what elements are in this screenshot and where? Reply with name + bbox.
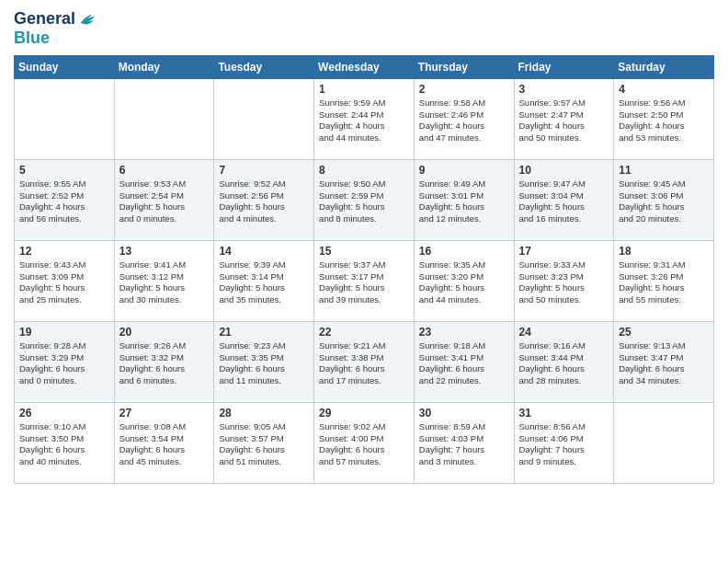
day-number: 19: [19, 326, 109, 339]
day-info: Sunrise: 8:56 AM Sunset: 4:06 PM Dayligh…: [519, 421, 609, 468]
day-info: Sunrise: 9:10 AM Sunset: 3:50 PM Dayligh…: [19, 421, 109, 468]
day-info: Sunrise: 9:45 AM Sunset: 3:06 PM Dayligh…: [619, 178, 709, 225]
header: General Blue: [14, 9, 714, 48]
day-cell: 29Sunrise: 9:02 AM Sunset: 4:00 PM Dayli…: [314, 402, 415, 483]
day-info: Sunrise: 9:49 AM Sunset: 3:01 PM Dayligh…: [419, 178, 509, 225]
day-info: Sunrise: 9:59 AM Sunset: 2:44 PM Dayligh…: [319, 98, 409, 144]
day-info: Sunrise: 9:02 AM Sunset: 4:00 PM Dayligh…: [319, 421, 409, 468]
weekday-wednesday: Wednesday: [314, 55, 415, 78]
day-number: 20: [119, 326, 210, 339]
day-number: 2: [419, 83, 509, 96]
day-cell: 2Sunrise: 9:58 AM Sunset: 2:46 PM Daylig…: [414, 78, 514, 159]
day-cell: 19Sunrise: 9:28 AM Sunset: 3:29 PM Dayli…: [15, 321, 115, 402]
page: General Blue SundayMondayTuesdayWednesda…: [0, 0, 728, 563]
logo-bird-icon: [77, 9, 97, 29]
day-info: Sunrise: 9:39 AM Sunset: 3:14 PM Dayligh…: [219, 259, 309, 306]
day-cell: 28Sunrise: 9:05 AM Sunset: 3:57 PM Dayli…: [214, 402, 314, 483]
day-number: 10: [519, 164, 609, 177]
day-info: Sunrise: 9:23 AM Sunset: 3:35 PM Dayligh…: [219, 340, 309, 387]
day-number: 27: [119, 407, 210, 419]
day-cell: 16Sunrise: 9:35 AM Sunset: 3:20 PM Dayli…: [414, 240, 514, 321]
day-number: 12: [19, 245, 109, 258]
weekday-monday: Monday: [114, 55, 214, 78]
day-info: Sunrise: 9:05 AM Sunset: 3:57 PM Dayligh…: [219, 421, 309, 468]
day-cell: 17Sunrise: 9:33 AM Sunset: 3:23 PM Dayli…: [514, 240, 614, 321]
day-cell: 20Sunrise: 9:26 AM Sunset: 3:32 PM Dayli…: [114, 321, 214, 402]
day-cell: 3Sunrise: 9:57 AM Sunset: 2:47 PM Daylig…: [514, 78, 614, 159]
weekday-saturday: Saturday: [614, 55, 714, 78]
day-cell: 7Sunrise: 9:52 AM Sunset: 2:56 PM Daylig…: [214, 159, 314, 240]
day-info: Sunrise: 9:16 AM Sunset: 3:44 PM Dayligh…: [519, 340, 609, 387]
weekday-thursday: Thursday: [414, 55, 514, 78]
day-cell: 9Sunrise: 9:49 AM Sunset: 3:01 PM Daylig…: [414, 159, 514, 240]
day-cell: 22Sunrise: 9:21 AM Sunset: 3:38 PM Dayli…: [314, 321, 415, 402]
day-cell: 25Sunrise: 9:13 AM Sunset: 3:47 PM Dayli…: [614, 321, 714, 402]
day-info: Sunrise: 9:53 AM Sunset: 2:54 PM Dayligh…: [119, 178, 210, 225]
day-cell: 21Sunrise: 9:23 AM Sunset: 3:35 PM Dayli…: [214, 321, 314, 402]
day-info: Sunrise: 9:50 AM Sunset: 2:59 PM Dayligh…: [319, 178, 409, 225]
day-cell: 15Sunrise: 9:37 AM Sunset: 3:17 PM Dayli…: [314, 240, 415, 321]
day-info: Sunrise: 9:37 AM Sunset: 3:17 PM Dayligh…: [319, 259, 409, 306]
day-cell: 6Sunrise: 9:53 AM Sunset: 2:54 PM Daylig…: [114, 159, 214, 240]
day-info: Sunrise: 9:26 AM Sunset: 3:32 PM Dayligh…: [119, 340, 210, 387]
day-cell: 31Sunrise: 8:56 AM Sunset: 4:06 PM Dayli…: [514, 402, 614, 483]
day-info: Sunrise: 9:33 AM Sunset: 3:23 PM Dayligh…: [519, 259, 609, 306]
day-number: 1: [319, 83, 409, 96]
weekday-friday: Friday: [514, 55, 614, 78]
day-cell: 12Sunrise: 9:43 AM Sunset: 3:09 PM Dayli…: [15, 240, 115, 321]
day-info: Sunrise: 9:21 AM Sunset: 3:38 PM Dayligh…: [319, 340, 409, 387]
weekday-sunday: Sunday: [15, 55, 115, 78]
day-cell: 30Sunrise: 8:59 AM Sunset: 4:03 PM Dayli…: [414, 402, 514, 483]
day-cell: 14Sunrise: 9:39 AM Sunset: 3:14 PM Dayli…: [214, 240, 314, 321]
day-number: 5: [19, 164, 109, 177]
day-cell: 5Sunrise: 9:55 AM Sunset: 2:52 PM Daylig…: [15, 159, 115, 240]
day-cell: 10Sunrise: 9:47 AM Sunset: 3:04 PM Dayli…: [514, 159, 614, 240]
day-number: 16: [419, 245, 509, 258]
day-info: Sunrise: 9:47 AM Sunset: 3:04 PM Dayligh…: [519, 178, 609, 225]
weekday-header-row: SundayMondayTuesdayWednesdayThursdayFrid…: [15, 55, 714, 78]
day-number: 3: [519, 83, 609, 96]
week-row-4: 19Sunrise: 9:28 AM Sunset: 3:29 PM Dayli…: [15, 321, 714, 402]
day-info: Sunrise: 9:08 AM Sunset: 3:54 PM Dayligh…: [119, 421, 210, 468]
day-number: 18: [619, 245, 709, 258]
day-number: 6: [119, 164, 210, 177]
week-row-3: 12Sunrise: 9:43 AM Sunset: 3:09 PM Dayli…: [15, 240, 714, 321]
day-info: Sunrise: 9:43 AM Sunset: 3:09 PM Dayligh…: [19, 259, 109, 306]
day-info: Sunrise: 9:41 AM Sunset: 3:12 PM Dayligh…: [119, 259, 210, 306]
day-number: 22: [319, 326, 409, 339]
day-cell: 18Sunrise: 9:31 AM Sunset: 3:26 PM Dayli…: [614, 240, 714, 321]
day-number: 29: [319, 407, 409, 419]
day-cell: 1Sunrise: 9:59 AM Sunset: 2:44 PM Daylig…: [314, 78, 415, 159]
day-cell: 24Sunrise: 9:16 AM Sunset: 3:44 PM Dayli…: [514, 321, 614, 402]
week-row-5: 26Sunrise: 9:10 AM Sunset: 3:50 PM Dayli…: [15, 402, 714, 483]
day-number: 4: [619, 83, 709, 96]
week-row-1: 1Sunrise: 9:59 AM Sunset: 2:44 PM Daylig…: [15, 78, 714, 159]
day-cell: 13Sunrise: 9:41 AM Sunset: 3:12 PM Dayli…: [114, 240, 214, 321]
day-cell: [614, 402, 714, 483]
day-cell: 11Sunrise: 9:45 AM Sunset: 3:06 PM Dayli…: [614, 159, 714, 240]
weekday-tuesday: Tuesday: [214, 55, 314, 78]
day-number: 15: [319, 245, 409, 258]
day-number: 17: [519, 245, 609, 258]
logo-general: General: [14, 10, 75, 29]
day-number: 24: [519, 326, 609, 339]
day-number: 23: [419, 326, 509, 339]
day-number: 26: [19, 407, 109, 419]
day-cell: 23Sunrise: 9:18 AM Sunset: 3:41 PM Dayli…: [414, 321, 514, 402]
day-info: Sunrise: 9:56 AM Sunset: 2:50 PM Dayligh…: [619, 98, 709, 144]
day-number: 25: [619, 326, 709, 339]
day-info: Sunrise: 9:18 AM Sunset: 3:41 PM Dayligh…: [419, 340, 509, 387]
day-cell: 4Sunrise: 9:56 AM Sunset: 2:50 PM Daylig…: [614, 78, 714, 159]
day-info: Sunrise: 9:35 AM Sunset: 3:20 PM Dayligh…: [419, 259, 509, 306]
day-number: 9: [419, 164, 509, 177]
day-info: Sunrise: 9:52 AM Sunset: 2:56 PM Dayligh…: [219, 178, 309, 225]
day-info: Sunrise: 9:31 AM Sunset: 3:26 PM Dayligh…: [619, 259, 709, 306]
day-number: 8: [319, 164, 409, 177]
day-number: 7: [219, 164, 309, 177]
week-row-2: 5Sunrise: 9:55 AM Sunset: 2:52 PM Daylig…: [15, 159, 714, 240]
day-cell: [214, 78, 314, 159]
day-cell: 26Sunrise: 9:10 AM Sunset: 3:50 PM Dayli…: [15, 402, 115, 483]
logo-blue: Blue: [14, 29, 50, 47]
day-number: 14: [219, 245, 309, 258]
day-number: 30: [419, 407, 509, 419]
